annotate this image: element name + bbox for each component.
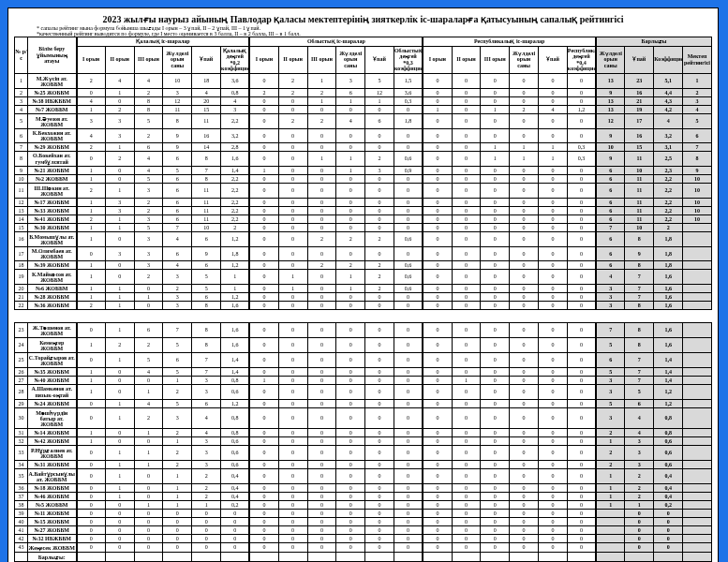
cell: 0	[423, 407, 452, 428]
table-row: 5М.Әуезов ат. ЖОББМ3358112,2022461,80000…	[15, 113, 712, 128]
cell: 0	[336, 105, 365, 113]
cell: 0	[307, 445, 336, 460]
cell: 7	[192, 166, 221, 174]
cell-total: 3	[596, 292, 625, 301]
cell: 0	[249, 183, 278, 198]
cell-total: 6	[625, 399, 654, 407]
cell: 0	[481, 223, 510, 231]
cell: 0	[510, 483, 539, 492]
cell: 0	[423, 223, 452, 231]
cell: 0	[452, 399, 481, 407]
cell: 0	[481, 214, 510, 223]
cell: 0	[77, 246, 106, 260]
cell: 0	[452, 534, 481, 542]
table-row: 40№15 ЖОББМ00000000000000000000	[15, 517, 712, 525]
cell: 0	[77, 468, 106, 483]
cell: 0	[394, 384, 423, 399]
cell: 2	[510, 105, 539, 113]
cell: 0	[336, 352, 365, 367]
cell: 0	[278, 376, 307, 384]
cell-total: 15	[625, 142, 654, 151]
cell: 0	[481, 407, 510, 428]
cell-total: 1,6	[654, 269, 683, 284]
cell-name: К.Майкөсов ат. ЖОББМ	[28, 269, 77, 284]
cell: 3	[134, 260, 163, 269]
cell-total: 0,6	[654, 445, 683, 460]
cell: 0	[452, 166, 481, 174]
cell: 0	[336, 407, 365, 428]
cell-num: 39	[15, 509, 28, 517]
cell: 0	[365, 322, 394, 337]
cell: 0	[307, 468, 336, 483]
grp-total: Барлығы	[596, 37, 711, 47]
cell: 0	[365, 509, 394, 517]
cell-total: 5	[625, 384, 654, 399]
cell: 0	[249, 105, 278, 113]
cell: 0	[336, 534, 365, 542]
cell: 0	[336, 174, 365, 183]
cell: 9	[163, 128, 192, 142]
cell-total: 1,8	[654, 246, 683, 260]
cell-name: №30 ЖОББМ	[28, 223, 77, 231]
cell: 7	[163, 223, 192, 231]
cell: 0	[134, 509, 163, 517]
cell-total: 1,2	[654, 399, 683, 407]
cell: 0	[510, 428, 539, 436]
cell: 4	[192, 88, 221, 96]
cell-total: 0	[654, 542, 683, 552]
cell: 0	[567, 301, 596, 309]
cell: 0	[423, 174, 452, 183]
cell-total	[683, 492, 712, 500]
cell: 0	[539, 88, 568, 96]
cell-total: 13	[596, 105, 625, 113]
cell-total	[683, 352, 712, 367]
cell: 0	[278, 483, 307, 492]
table-row: 10№2 ЖОББМ105682,20000000000006112,210	[15, 174, 712, 183]
cell: 0	[336, 292, 365, 301]
cell: 0	[134, 284, 163, 292]
cell: 0	[567, 214, 596, 223]
cell: 0	[249, 223, 278, 231]
cell: 0	[481, 337, 510, 352]
cell: 1	[77, 166, 106, 174]
cell: 0	[249, 367, 278, 376]
cell: 0	[567, 407, 596, 428]
cell: 0	[539, 128, 568, 142]
cell-total: 7	[625, 352, 654, 367]
page-title: 2023 жылғы наурыз айының Павлодар қаласы…	[14, 14, 712, 24]
cell: 0	[510, 367, 539, 376]
cell: 2	[163, 445, 192, 460]
cell-total: 0	[654, 509, 683, 517]
cell: 0	[105, 174, 134, 183]
table-row: 26№35 ЖОББМ104571,4000000000000571,4	[15, 367, 712, 376]
cell: 1	[163, 483, 192, 492]
cell-total	[683, 284, 712, 292]
cell: 0	[452, 322, 481, 337]
cell: 5	[134, 223, 163, 231]
cell: 8	[134, 96, 163, 105]
cell: 0	[567, 492, 596, 500]
cell-total: 10	[683, 214, 712, 223]
cell: 1	[77, 198, 106, 206]
cell: 5	[163, 166, 192, 174]
table-row: 2№25 ЖОББМ012340,82226123,60000009164,42	[15, 88, 712, 96]
cell-total: 6	[596, 206, 625, 214]
cell-total: 1	[596, 468, 625, 483]
cell: 0	[394, 292, 423, 301]
cell: 1	[163, 500, 192, 509]
cell: 0	[307, 246, 336, 260]
cell-total: 8	[625, 301, 654, 309]
cell: 2	[105, 105, 134, 113]
cell-num: 43	[15, 542, 28, 552]
cell: 2,2	[221, 206, 250, 214]
cell-total: 4	[596, 269, 625, 284]
cell: 2	[105, 337, 134, 352]
header-row-groups: № р/с Білім беру ұйымының атауы Қалалық …	[15, 37, 712, 47]
col-header: ІІІ орын	[134, 46, 163, 73]
cell: 1	[77, 231, 106, 246]
cell: 0	[365, 301, 394, 309]
cell: 0	[481, 460, 510, 468]
cell: 0	[481, 128, 510, 142]
cell: 0	[481, 198, 510, 206]
cell: 0	[510, 517, 539, 525]
